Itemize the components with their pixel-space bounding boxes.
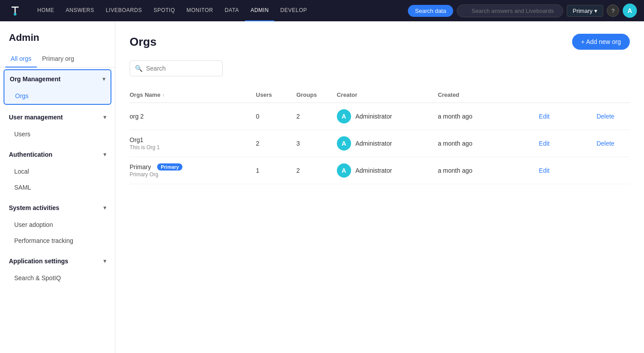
sidebar-item-local[interactable]: Local xyxy=(0,163,115,179)
add-new-org-button[interactable]: + Add new org xyxy=(572,34,630,50)
org-users-cell: 0 xyxy=(256,113,296,120)
col-action2 xyxy=(589,91,630,98)
org-name-cell: Org1 This is Org 1 xyxy=(130,136,256,151)
avatar: A xyxy=(337,163,351,178)
sidebar-section-org-management: Org Management ▾ Orgs xyxy=(4,69,111,105)
sidebar-section-authentication: Authentication ▾ Local SAML xyxy=(0,146,115,195)
sort-icon[interactable]: ↑ xyxy=(162,92,165,98)
chevron-down-icon: ▾ xyxy=(594,8,597,14)
nav-answers[interactable]: ANSWERS xyxy=(60,0,99,21)
orgs-table: Orgs Name ↑ Users Groups Creator Created… xyxy=(130,87,630,184)
main-content: Orgs + Add new org 🔍 Orgs Name ↑ Users G… xyxy=(115,21,644,353)
system-activities-header[interactable]: System activities ▾ xyxy=(0,199,115,217)
col-action1 xyxy=(539,91,589,98)
org-delete-cell: Delete xyxy=(589,140,630,147)
search-icon: 🔍 xyxy=(135,65,142,72)
table-row: Primary Primary Primary Org 1 2 A Admini… xyxy=(130,157,630,184)
chevron-down-icon: ▾ xyxy=(103,76,105,82)
org-created-cell: a month ago xyxy=(438,113,539,120)
top-navigation: HOME ANSWERS LIVEBOARDS SPOTIQ MONITOR D… xyxy=(0,0,644,21)
nav-spotiq[interactable]: SPOTIQ xyxy=(148,0,180,21)
col-creator: Creator xyxy=(337,91,438,98)
primary-org-button[interactable]: Primary ▾ xyxy=(567,5,603,17)
org-delete-cell: Delete xyxy=(589,113,630,120)
org-groups-cell: 2 xyxy=(296,113,337,120)
chevron-down-icon: ▾ xyxy=(103,114,106,120)
sidebar-item-orgs[interactable]: Orgs xyxy=(4,88,111,104)
primary-badge: Primary xyxy=(157,163,182,171)
search-bar-wrapper: 🔍 xyxy=(130,60,223,76)
main-header: Orgs + Add new org xyxy=(130,34,630,50)
page-title: Orgs xyxy=(130,35,157,49)
application-settings-header[interactable]: Application settings ▾ xyxy=(0,252,115,270)
delete-link[interactable]: Delete xyxy=(597,140,614,147)
user-management-header[interactable]: User management ▾ xyxy=(0,108,115,126)
nav-home[interactable]: HOME xyxy=(32,0,59,21)
search-answers-input[interactable] xyxy=(457,4,563,17)
main-layout: Admin All orgs Primary org Org Managemen… xyxy=(0,21,644,353)
org-edit-cell: Edit xyxy=(539,167,589,174)
sidebar: Admin All orgs Primary org Org Managemen… xyxy=(0,21,115,353)
org-management-header[interactable]: Org Management ▾ xyxy=(4,70,111,88)
org-users-cell: 1 xyxy=(256,167,296,174)
delete-link[interactable]: Delete xyxy=(597,113,614,120)
svg-point-3 xyxy=(14,13,16,16)
sidebar-title: Admin xyxy=(0,21,115,51)
chevron-down-icon: ▾ xyxy=(103,151,106,158)
sidebar-item-user-adoption[interactable]: User adoption xyxy=(0,217,115,233)
org-groups-cell: 2 xyxy=(296,167,337,174)
nav-develop[interactable]: DEVELOP xyxy=(275,0,312,21)
edit-link[interactable]: Edit xyxy=(539,167,549,174)
nav-liveboards[interactable]: LIVEBOARDS xyxy=(100,0,147,21)
org-edit-cell: Edit xyxy=(539,140,589,147)
chevron-down-icon: ▾ xyxy=(103,205,106,211)
org-name-cell: Primary Primary Primary Org xyxy=(130,163,256,178)
search-data-button[interactable]: Search data xyxy=(408,5,453,17)
tab-all-orgs[interactable]: All orgs xyxy=(5,51,37,67)
col-orgs-name: Orgs Name ↑ xyxy=(130,91,256,98)
org-creator-cell: A Administrator xyxy=(337,136,438,151)
user-avatar[interactable]: A xyxy=(623,4,637,18)
org-created-cell: a month ago xyxy=(438,140,539,147)
col-created: Created xyxy=(438,91,539,98)
sidebar-item-users[interactable]: Users xyxy=(0,126,115,142)
col-users: Users xyxy=(256,91,296,98)
sidebar-section-user-management: User management ▾ Users xyxy=(0,108,115,142)
search-answers-wrapper: 🔍 xyxy=(457,4,563,17)
edit-link[interactable]: Edit xyxy=(539,140,549,147)
authentication-header[interactable]: Authentication ▾ xyxy=(0,146,115,163)
tab-primary-org[interactable]: Primary org xyxy=(37,51,79,67)
sidebar-tabs: All orgs Primary org xyxy=(0,51,115,67)
chevron-down-icon: ▾ xyxy=(103,258,106,264)
logo[interactable] xyxy=(7,3,23,19)
sidebar-section-system-activities: System activities ▾ User adoption Perfor… xyxy=(0,199,115,249)
avatar: A xyxy=(337,136,351,151)
sidebar-section-application-settings: Application settings ▾ Search & SpotIQ xyxy=(0,252,115,286)
search-input[interactable] xyxy=(130,60,223,76)
table-row: Org1 This is Org 1 2 3 A Administrator a… xyxy=(130,130,630,157)
help-button[interactable]: ? xyxy=(607,4,619,17)
org-users-cell: 2 xyxy=(256,140,296,147)
org-created-cell: a month ago xyxy=(438,167,539,174)
org-creator-cell: A Administrator xyxy=(337,109,438,123)
nav-data[interactable]: DATA xyxy=(219,0,244,21)
nav-monitor[interactable]: MONITOR xyxy=(181,0,218,21)
org-edit-cell: Edit xyxy=(539,113,589,120)
sidebar-item-saml[interactable]: SAML xyxy=(0,179,115,195)
org-creator-cell: A Administrator xyxy=(337,163,438,178)
nav-links: HOME ANSWERS LIVEBOARDS SPOTIQ MONITOR D… xyxy=(32,0,404,21)
sidebar-item-search-spotiq[interactable]: Search & SpotIQ xyxy=(0,270,115,286)
table-row: org 2 0 2 A Administrator a month ago Ed… xyxy=(130,103,630,130)
org-groups-cell: 3 xyxy=(296,140,337,147)
sidebar-item-performance-tracking[interactable]: Performance tracking xyxy=(0,233,115,249)
col-groups: Groups xyxy=(296,91,337,98)
edit-link[interactable]: Edit xyxy=(539,113,549,120)
table-header: Orgs Name ↑ Users Groups Creator Created xyxy=(130,87,630,103)
org-name-cell: org 2 xyxy=(130,113,256,120)
nav-admin[interactable]: ADMIN xyxy=(245,0,274,21)
avatar: A xyxy=(337,109,351,123)
